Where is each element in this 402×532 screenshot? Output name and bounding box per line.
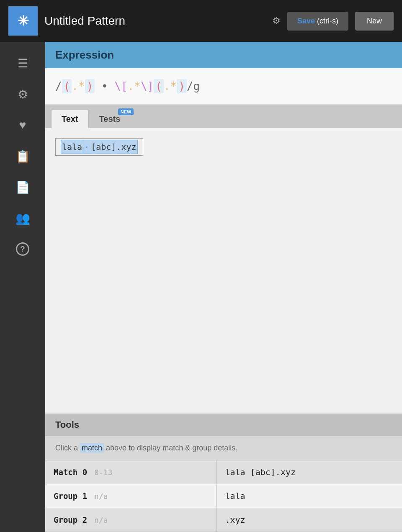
tools-hint: Click a match above to display match & g…: [45, 436, 402, 460]
list-icon: ☰: [18, 57, 28, 70]
regex-backslash1: \: [114, 80, 121, 93]
text-highlight-rest: [abc].xyz: [90, 140, 137, 154]
regex-dot2: .: [128, 80, 134, 93]
regex-flag: g: [193, 80, 200, 93]
regex-backslash2: \: [141, 80, 147, 93]
sidebar-item-help[interactable]: ?: [6, 234, 39, 264]
expression-label: Expression: [55, 49, 114, 61]
match-label-cell: Match 0 0-13: [45, 460, 216, 484]
regex-slash-open: /: [55, 80, 62, 93]
tools-header: Tools: [45, 414, 402, 436]
tools-section: Tools Click a match above to display mat…: [45, 414, 402, 532]
match-table: Match 0 0-13 lala [abc].xyz Group 1 n/a …: [45, 460, 402, 532]
hint-match-word: match: [80, 443, 104, 452]
sidebar-item-settings[interactable]: ⚙: [6, 80, 39, 109]
regex-dot1: .: [72, 80, 78, 93]
regex-group1-close: ): [85, 79, 95, 93]
community-icon: 👥: [15, 211, 30, 225]
sidebar: ☰ ⚙ ♥ 📋 📄 👥 ?: [0, 42, 45, 532]
new-badge: NEW: [118, 108, 134, 115]
match-label-cell: Group 2 n/a: [45, 508, 216, 532]
main-layout: ☰ ⚙ ♥ 📋 📄 👥 ? Expression /(.*) • \[.*\](…: [0, 42, 402, 532]
regex-star2: *: [134, 80, 141, 93]
regex-group2-open: (: [154, 79, 164, 93]
app-logo: ✳: [8, 6, 38, 36]
match-label-cell: Group 1 n/a: [45, 484, 216, 508]
heart-icon: ♥: [19, 118, 26, 132]
content-area: Expression /(.*) • \[.*\](.*)/g Text Tes…: [45, 42, 402, 532]
text-test-area[interactable]: lala·[abc].xyz: [45, 128, 402, 414]
sidebar-item-notebook[interactable]: 📋: [6, 141, 39, 171]
regex-bracket-open: [: [121, 80, 128, 93]
table-row[interactable]: Match 0 0-13 lala [abc].xyz: [45, 460, 402, 484]
match-value-cell: lala [abc].xyz: [216, 460, 402, 484]
table-row[interactable]: Group 1 n/a lala: [45, 484, 402, 508]
regex-star1: *: [78, 80, 85, 93]
save-button[interactable]: Save (ctrl-s): [287, 12, 348, 31]
help-icon: ?: [16, 242, 29, 256]
expression-section-header: Expression: [45, 42, 402, 68]
table-row[interactable]: Group 2 n/a .xyz: [45, 508, 402, 532]
regex-group2-close: ): [177, 79, 187, 93]
gear-icon: ⚙: [18, 87, 28, 101]
new-button[interactable]: New: [355, 12, 394, 31]
settings-gear-icon[interactable]: ⚙: [272, 15, 281, 26]
app-header: ✳ Untitled Pattern ⚙ Save (ctrl-s) New: [0, 0, 402, 42]
regex-dot3: .: [164, 80, 170, 93]
match-value-cell: lala: [216, 484, 402, 508]
text-input-value[interactable]: lala·[abc].xyz: [55, 138, 143, 156]
regex-bracket-close: ]: [147, 80, 154, 93]
regex-bullet: •: [95, 80, 108, 93]
regex-slash-close: /: [187, 80, 193, 93]
tab-text[interactable]: Text: [51, 110, 89, 128]
text-space-dot: ·: [83, 140, 90, 154]
expression-display[interactable]: /(.*) • \[.*\](.*)/g: [45, 68, 402, 105]
document-icon: 📄: [15, 180, 30, 194]
text-highlight-start: lala: [61, 140, 83, 154]
tab-tests[interactable]: Tests NEW: [89, 110, 131, 128]
sidebar-item-community[interactable]: 👥: [6, 203, 39, 233]
notebook-icon: 📋: [15, 149, 30, 163]
sidebar-item-document[interactable]: 📄: [6, 172, 39, 202]
sidebar-item-favorites[interactable]: ♥: [6, 111, 39, 140]
tabs-bar: Text Tests NEW: [45, 105, 402, 128]
regex-group1-open: (: [62, 79, 72, 93]
sidebar-item-list[interactable]: ☰: [6, 49, 39, 78]
regex-star3: *: [170, 80, 177, 93]
match-value-cell: .xyz: [216, 508, 402, 532]
app-title: Untitled Pattern: [44, 14, 262, 28]
